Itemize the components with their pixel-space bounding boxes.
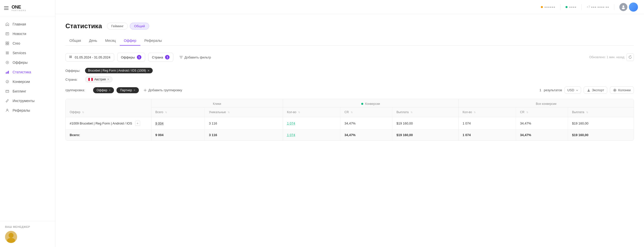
- cr2-sort[interactable]: CR ⇅: [520, 110, 528, 114]
- svg-rect-12: [7, 72, 8, 74]
- topbar: ●●●●●● ●●●● +7 ●●● ●●●● ●●: [55, 0, 644, 14]
- sub-tab-offer[interactable]: Оффер: [120, 36, 140, 46]
- qty2-sort[interactable]: Кол-во ⇅: [463, 110, 476, 114]
- logo-text: ONE: [12, 5, 26, 10]
- sidebar-item-billing[interactable]: Биллинг: [0, 86, 55, 96]
- group-tag-offer-close[interactable]: ×: [109, 88, 110, 92]
- sort-icon8: ⇅: [526, 111, 528, 114]
- sidebar-item-label: Офферы: [13, 60, 28, 65]
- svg-rect-28: [587, 91, 590, 92]
- columns-button[interactable]: Колонки: [610, 86, 634, 94]
- offer-tag[interactable]: Brucebet | Reg Form | Android / IOS (100…: [85, 68, 153, 73]
- currency-selector[interactable]: USD: [565, 86, 581, 94]
- services-icon: [5, 51, 10, 55]
- col-header-total: Всего ⇅: [151, 107, 205, 117]
- qty-sort[interactable]: Кол-во ⇅: [287, 110, 300, 114]
- offer-sort[interactable]: Оффер ⇅: [70, 110, 84, 114]
- manager-label: ВАШ МЕНЕДЖЕР: [5, 225, 50, 228]
- svg-rect-23: [71, 56, 72, 57]
- sidebar-item-tools[interactable]: Инструменты: [0, 96, 55, 106]
- export-button[interactable]: Экспорт: [584, 86, 608, 94]
- all-cr-cell: 34,47%: [516, 117, 568, 130]
- results-label: результатов: [544, 88, 562, 92]
- country-filter[interactable]: Страна 1: [148, 53, 173, 62]
- country-tag[interactable]: Австрия ×: [85, 76, 112, 82]
- all-payout-cell: $19 160,00: [568, 117, 634, 130]
- conversions-dot: [361, 103, 363, 105]
- group-tag-partner[interactable]: Партнер ×: [116, 87, 139, 93]
- payout2-sort[interactable]: Выплата ⇅: [572, 110, 588, 114]
- sidebar-item-news[interactable]: Новости: [0, 29, 55, 39]
- unique-clicks-total: 3 116: [205, 130, 283, 141]
- table-row: #1009 Brucebet | Reg Form | Android / IO…: [66, 117, 634, 130]
- country-filter-row: Страна: Австрия ×: [65, 76, 634, 82]
- manager-section: ВАШ МЕНЕДЖЕР: [0, 221, 55, 247]
- sub-tab-day[interactable]: День: [85, 36, 101, 46]
- topbar-user[interactable]: [619, 3, 638, 12]
- topbar-phone[interactable]: +7 ●●● ●●●● ●●: [587, 5, 609, 9]
- refresh-button[interactable]: [626, 53, 634, 61]
- add-grouping-btn[interactable]: Добавить группировку: [141, 87, 184, 93]
- topbar-status1[interactable]: ●●●●●●: [541, 5, 555, 9]
- topbar-divider2: [581, 4, 582, 10]
- sub-tab-overall[interactable]: Общая: [65, 36, 85, 46]
- group-tag-partner-close[interactable]: ×: [134, 88, 135, 92]
- topbar-divider3: [614, 4, 614, 10]
- add-filter-btn[interactable]: Добавить фильтр: [176, 53, 214, 61]
- cr-sort[interactable]: CR ⇅: [344, 110, 352, 114]
- col-header-clicks: Клики: [151, 99, 283, 107]
- currency-value: USD: [567, 88, 574, 92]
- sidebar-item-label: Статистика: [13, 70, 31, 74]
- sidebar-item-creo[interactable]: Creo: [0, 39, 55, 48]
- conv-qty-value: 1 074: [287, 121, 295, 125]
- country-tag-close[interactable]: ×: [107, 78, 109, 81]
- stats-table: Оффер ⇅ Клики Конверсии Все конвер: [65, 99, 634, 141]
- home-icon: [5, 22, 10, 26]
- svg-rect-0: [6, 33, 9, 35]
- sidebar-item-referrals[interactable]: Рефералы: [0, 106, 55, 115]
- svg-point-19: [7, 238, 15, 243]
- results-count: 1: [540, 88, 541, 92]
- payout-sort[interactable]: Выплата ⇅: [396, 110, 413, 114]
- sub-tab-referrals[interactable]: Рефералы: [140, 36, 166, 46]
- data-table: Оффер ⇅ Клики Конверсии Все конвер: [66, 99, 634, 140]
- page-title: Статистика: [65, 22, 102, 30]
- conversions-icon: [5, 79, 10, 84]
- tab-general[interactable]: Общий: [130, 23, 149, 29]
- svg-point-18: [9, 233, 14, 238]
- sub-tab-month[interactable]: Месяц: [101, 36, 120, 46]
- offers-icon: [5, 60, 10, 65]
- total-sort[interactable]: Всего ⇅: [155, 110, 167, 114]
- topbar-status1-label: ●●●●●●: [544, 5, 555, 9]
- offer-tag-close[interactable]: ×: [147, 69, 149, 72]
- col-header-offer: Оффер ⇅: [66, 99, 151, 117]
- sidebar-item-home[interactable]: Главная: [0, 19, 55, 29]
- sidebar-item-label: Конверсии: [13, 80, 30, 84]
- total-clicks-value: 9 004: [155, 121, 164, 125]
- svg-rect-13: [8, 71, 9, 74]
- date-range-filter[interactable]: 01.05.2024 - 31.05.2024: [65, 53, 114, 61]
- svg-rect-15: [6, 90, 9, 92]
- conv-cr-total: 34,47%: [340, 130, 392, 141]
- svg-point-17: [7, 109, 8, 110]
- group-tag-offer[interactable]: Оффер ×: [93, 87, 114, 93]
- svg-rect-3: [6, 42, 7, 43]
- sidebar-item-services[interactable]: Services: [0, 48, 55, 58]
- download-icon: [587, 88, 590, 92]
- topbar-status2[interactable]: ●●●●: [566, 5, 576, 9]
- group-tag-partner-text: Партнер: [120, 88, 132, 92]
- col-header-cr: CR ⇅: [340, 107, 392, 117]
- offers-filter[interactable]: Офферы 1: [117, 53, 145, 62]
- hamburger-menu[interactable]: [4, 6, 9, 10]
- all-cr-total: 34,47%: [516, 130, 568, 141]
- sidebar-item-conversions[interactable]: Конверсии: [0, 77, 55, 86]
- expand-offer-btn[interactable]: +: [135, 121, 140, 126]
- manager-avatar: [5, 231, 17, 243]
- tab-gaming[interactable]: Гейминг: [107, 23, 128, 29]
- offer-filter-label: Офферы:: [65, 69, 83, 73]
- sidebar-item-stats[interactable]: Статистика: [0, 67, 55, 77]
- sidebar-item-offers[interactable]: Офферы: [0, 58, 55, 67]
- unique-sort[interactable]: Уникальные ⇅: [209, 110, 230, 114]
- nav: Главная Новости Creo Services: [0, 16, 55, 221]
- tab-pills: Гейминг Общий: [107, 23, 149, 29]
